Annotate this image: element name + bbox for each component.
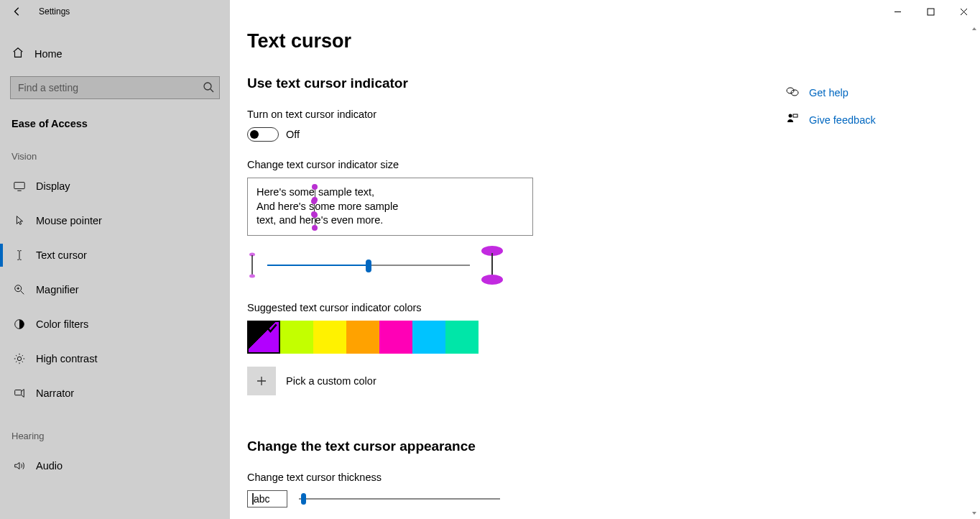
sidebar-item-label: Narrator — [36, 387, 74, 399]
preview-text: sample text, — [315, 186, 374, 198]
svg-rect-5 — [15, 390, 22, 395]
app-title: Settings — [39, 6, 70, 17]
search-box[interactable] — [10, 76, 220, 99]
color-swatch[interactable] — [346, 321, 379, 354]
sidebar-item-label: Audio — [36, 460, 63, 472]
sidebar-item-high-contrast[interactable]: High contrast — [0, 341, 230, 376]
color-swatches — [247, 321, 786, 354]
sidebar-home-label: Home — [34, 48, 63, 60]
sidebar-item-label: Magnifier — [36, 284, 79, 295]
display-icon — [11, 180, 27, 193]
svg-point-12 — [481, 275, 503, 285]
thickness-field-label: Change text cursor thickness — [247, 472, 786, 483]
sidebar-item-color-filters[interactable]: Color filters — [0, 307, 230, 341]
svg-rect-16 — [793, 114, 798, 117]
svg-point-4 — [17, 357, 21, 360]
magnifier-icon — [11, 283, 27, 296]
category-title: Ease of Access — [0, 108, 230, 151]
sample-cursor-icon — [315, 187, 315, 198]
give-feedback-text: Give feedback — [809, 114, 876, 126]
preview-text: And here's s — [256, 201, 314, 212]
settings-sidebar: Settings Home Ease of Access Vision Disp… — [0, 0, 230, 519]
colors-field-label: Suggested text cursor indicator colors — [247, 302, 786, 313]
svg-point-15 — [789, 114, 792, 118]
preview-text: text, and her — [256, 214, 315, 226]
indicator-toggle[interactable] — [247, 127, 279, 142]
feedback-icon — [786, 112, 799, 128]
sidebar-item-label: Mouse pointer — [36, 215, 102, 226]
sidebar-item-narrator[interactable]: Narrator — [0, 376, 230, 410]
maximize-button[interactable] — [914, 0, 947, 23]
get-help-text: Get help — [809, 87, 849, 98]
page-title: Text cursor — [247, 30, 786, 52]
pick-custom-color-button[interactable] — [247, 367, 276, 395]
right-pane: Get help Give feedback — [786, 0, 980, 519]
sidebar-item-display[interactable]: Display — [0, 169, 230, 203]
color-swatch[interactable] — [247, 321, 280, 354]
help-icon — [786, 85, 799, 101]
scroll-down-icon[interactable] — [969, 507, 980, 519]
section-indicator-heading: Use text cursor indicator — [247, 75, 786, 91]
svg-point-9 — [249, 274, 255, 277]
sidebar-item-label: Display — [36, 180, 70, 192]
indicator-preview: Here's some sample text, And here's some… — [247, 178, 533, 236]
sidebar-item-audio[interactable]: Audio — [0, 449, 230, 483]
preview-text: e's even more. — [315, 214, 384, 226]
sidebar-item-magnifier[interactable]: Magnifier — [0, 272, 230, 307]
minimize-button[interactable] — [881, 0, 914, 23]
pointer-icon — [11, 214, 27, 227]
section-appearance-heading: Change the text cursor appearance — [247, 438, 786, 454]
ibeam-large-icon — [480, 246, 504, 285]
color-swatch[interactable] — [313, 321, 346, 354]
color-swatch[interactable] — [280, 321, 313, 354]
narrator-icon — [11, 387, 27, 400]
sidebar-home[interactable]: Home — [0, 39, 230, 69]
sample-cursor-icon — [314, 201, 315, 213]
sample-cursor-icon — [315, 215, 315, 226]
search-icon — [203, 81, 214, 93]
window-chrome — [881, 0, 980, 23]
svg-rect-6 — [928, 9, 934, 15]
get-help-link[interactable]: Get help — [786, 79, 980, 106]
toggle-field-label: Turn on text cursor indicator — [247, 109, 786, 120]
give-feedback-link[interactable]: Give feedback — [786, 106, 980, 134]
scroll-up-icon[interactable] — [969, 23, 980, 35]
preview-text: Here's some — [256, 186, 315, 198]
high-contrast-icon — [11, 352, 27, 365]
sidebar-item-label: High contrast — [36, 353, 97, 364]
pick-custom-color-label: Pick a custom color — [286, 375, 376, 387]
svg-rect-1 — [14, 183, 24, 189]
color-swatch[interactable] — [379, 321, 412, 354]
group-vision-label: Vision — [0, 151, 230, 169]
search-input[interactable] — [10, 76, 220, 99]
preview-text: ome more sample — [315, 201, 398, 212]
size-field-label: Change text cursor indicator size — [247, 159, 786, 170]
indicator-size-slider[interactable] — [267, 257, 470, 274]
svg-point-13 — [787, 88, 794, 93]
back-button[interactable] — [9, 3, 26, 20]
titlebar: Settings — [0, 0, 230, 23]
color-swatch[interactable] — [445, 321, 479, 354]
group-hearing-label: Hearing — [0, 431, 230, 449]
svg-rect-8 — [251, 255, 253, 275]
svg-rect-11 — [491, 253, 493, 277]
color-swatch[interactable] — [412, 321, 445, 354]
content-scroll[interactable]: Text cursor Use text cursor indicator Tu… — [230, 0, 786, 519]
toggle-state-label: Off — [286, 129, 300, 140]
sidebar-item-text-cursor[interactable]: Text cursor — [0, 238, 230, 272]
svg-point-0 — [204, 83, 211, 90]
thickness-sample-text: abc — [254, 493, 270, 505]
svg-point-14 — [791, 90, 798, 96]
audio-icon — [11, 459, 27, 472]
ibeam-small-icon — [247, 252, 257, 278]
sidebar-item-label: Color filters — [36, 318, 88, 330]
close-button[interactable] — [947, 0, 980, 23]
sidebar-item-mouse-pointer[interactable]: Mouse pointer — [0, 203, 230, 238]
home-icon — [11, 46, 26, 62]
sidebar-item-label: Text cursor — [36, 249, 87, 261]
thickness-preview: abc — [247, 490, 287, 507]
color-filters-icon — [11, 318, 27, 331]
vertical-scrollbar[interactable] — [969, 23, 980, 519]
thickness-slider[interactable] — [299, 492, 500, 506]
text-cursor-icon — [11, 249, 27, 262]
